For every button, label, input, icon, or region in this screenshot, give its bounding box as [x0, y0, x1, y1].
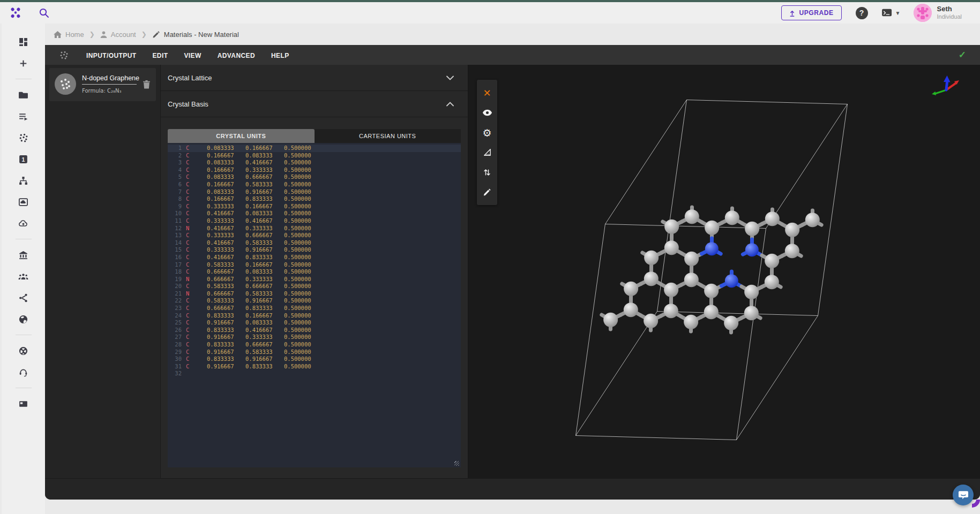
share-icon[interactable] [18, 292, 29, 303]
nitrogen-atom [705, 242, 719, 255]
support-icon[interactable] [18, 367, 29, 377]
check-icon[interactable]: ✓ [959, 49, 966, 61]
menubar: INPUT/OUTPUTEDITVIEWADVANCEDHELP ✓ [45, 45, 980, 65]
breadcrumb-home[interactable]: Home [54, 31, 84, 39]
people-icon[interactable] [18, 271, 29, 282]
carbon-atom [765, 254, 779, 268]
carbon-atom [704, 284, 719, 298]
menu-item-help[interactable]: HELP [263, 47, 297, 65]
basis-line: 20C0.5833330.6666670.500000 [168, 283, 461, 290]
close-icon[interactable]: ✕ [478, 83, 496, 103]
materials-icon[interactable] [18, 132, 29, 143]
basis-line: 9C0.3333330.1666670.500000 [168, 203, 461, 210]
basis-line: 10C0.4166670.0833330.500000 [168, 210, 461, 217]
carbon-atom [685, 209, 699, 224]
carbon-atom [664, 283, 678, 297]
basis-line: 8C0.1666670.8333330.500000 [168, 195, 461, 203]
search-icon[interactable] [38, 6, 50, 19]
carbon-atom [724, 316, 738, 330]
nitrogen-atom [725, 274, 738, 288]
upgrade-label: UPGRADE [799, 9, 833, 17]
tab-crystal-units[interactable]: CRYSTAL UNITS [168, 129, 315, 143]
swap-axes-icon[interactable] [478, 162, 496, 182]
carbon-atom [684, 252, 699, 266]
basis-line: 17C0.5833330.1666670.500000 [168, 261, 461, 269]
folder-icon[interactable] [18, 89, 29, 100]
viewer-toolbar: ✕ ⚙ [477, 80, 497, 205]
structure-viewer-3d[interactable]: ✕ ⚙ [468, 65, 980, 478]
chevron-down-icon [446, 75, 454, 80]
card-icon[interactable] [18, 398, 29, 409]
axes-gizmo[interactable] [929, 73, 962, 100]
basis-line: 11C0.3333330.4166670.500000 [168, 217, 461, 225]
image-icon[interactable] [18, 196, 29, 207]
settings-gear-icon[interactable]: ⚙ [478, 123, 496, 142]
box-one-icon[interactable]: 1 [18, 154, 29, 164]
breadcrumb-account[interactable]: Account [100, 31, 136, 39]
sidebar-divider [16, 335, 32, 335]
basis-line: 13C0.3333330.6666670.500000 [168, 232, 461, 239]
workflows-icon[interactable] [18, 111, 29, 122]
basis-line: 19N0.6666670.3333330.500000 [168, 276, 461, 283]
upgrade-button[interactable]: UPGRADE [781, 5, 841, 20]
basis-line: 12N0.4166670.3333330.500000 [168, 225, 461, 232]
editor-resize-handle[interactable] [454, 461, 459, 466]
help-icon[interactable]: ? [856, 7, 868, 19]
carbon-atom [785, 244, 799, 258]
basis-line: 23C0.6666670.8333330.500000 [168, 305, 461, 312]
basis-line: 4C0.1666670.3333330.500000 [168, 167, 461, 174]
measure-set-square-icon[interactable] [478, 142, 496, 162]
app-logo-icon[interactable] [9, 6, 23, 20]
menu-item-input-output[interactable]: INPUT/OUTPUT [78, 47, 144, 65]
menu-item-edit[interactable]: EDIT [144, 47, 176, 65]
material-list-item[interactable]: N-doped Graphene Formula: C₂₈N₃ [49, 68, 156, 101]
breadcrumb-current: Materials - New Material [152, 31, 239, 39]
edit-pencil-icon[interactable] [478, 182, 496, 202]
basis-line: 30C0.8333330.9166670.500000 [168, 356, 461, 363]
hierarchy-icon[interactable] [18, 175, 29, 186]
avatar[interactable] [914, 4, 932, 22]
visibility-eye-icon[interactable] [478, 103, 496, 123]
basis-line: 28C0.8333330.6666670.500000 [168, 341, 461, 349]
carbon-atom [664, 240, 679, 255]
material-info: N-doped Graphene Formula: C₂₈N₃ [82, 74, 137, 94]
breadcrumb: Home ❯ Account ❯ Materials - New Materia… [54, 24, 239, 45]
carbon-atom [624, 303, 638, 317]
basis-line: 5C0.0833330.6666670.500000 [168, 173, 461, 181]
carbon-atom [785, 223, 799, 237]
basis-line: 29C0.9166670.5833330.500000 [168, 349, 461, 356]
material-designer-panel: INPUT/OUTPUTEDITVIEWADVANCEDHELP ✓ N-dop… [45, 45, 980, 500]
add-icon[interactable] [18, 58, 29, 69]
menu-item-advanced[interactable]: ADVANCED [210, 47, 263, 65]
menu-item-view[interactable]: VIEW [176, 47, 209, 65]
basis-line: 18C0.6666670.0833330.500000 [168, 268, 461, 276]
carbon-atom [805, 213, 820, 227]
chat-launcher-button[interactable] [953, 485, 974, 505]
app-window: UPGRADE ? ▼ Seth Individual [0, 0, 980, 514]
window-top-border [0, 0, 980, 2]
globe-icon[interactable] [18, 314, 29, 324]
material-editor-column: Crystal Lattice Crystal Basis CRYSTAL UN… [161, 65, 468, 478]
sidebar-divider [16, 239, 32, 239]
carbon-atom [684, 315, 698, 329]
crystal-lattice-title: Crystal Lattice [168, 74, 212, 82]
wheel-icon[interactable] [18, 345, 29, 356]
topbar: UPGRADE ? ▼ Seth Individual [0, 0, 980, 24]
delete-material-icon[interactable] [143, 80, 151, 89]
material-name-field[interactable]: N-doped Graphene [82, 74, 137, 85]
bank-icon[interactable] [18, 250, 29, 260]
panel-bottom-bar [45, 478, 980, 500]
crystal-basis-accordion[interactable]: Crystal Basis [161, 91, 468, 117]
materials-list-column: N-doped Graphene Formula: C₂₈N₃ [45, 65, 161, 478]
pencil-icon [152, 31, 160, 39]
basis-editor[interactable]: 1C0.0833330.1666670.5000002C0.1666670.08… [168, 143, 461, 467]
cloud-upload-icon[interactable] [18, 218, 29, 229]
unit-cell-wireframe [576, 100, 848, 440]
basis-line: 6C0.1666670.5833330.500000 [168, 181, 461, 188]
crystal-lattice-accordion[interactable]: Crystal Lattice [161, 65, 468, 91]
tab-cartesian-units[interactable]: CARTESIAN UNITS [315, 129, 461, 143]
sidebar-divider [16, 79, 32, 79]
dashboard-icon[interactable] [18, 36, 29, 47]
carbon-atom [624, 282, 638, 296]
console-menu-button[interactable]: ▼ [881, 8, 901, 18]
